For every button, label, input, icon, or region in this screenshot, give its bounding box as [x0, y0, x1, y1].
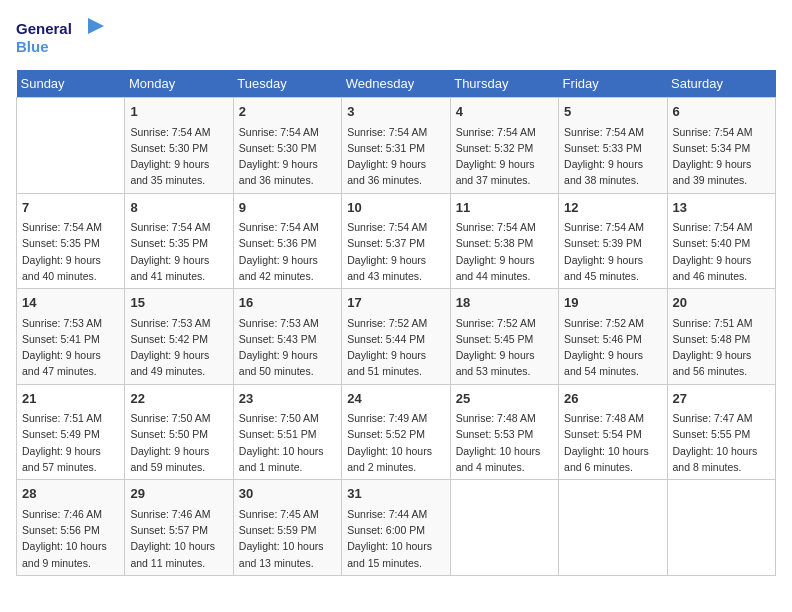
calendar-cell: 9Sunrise: 7:54 AMSunset: 5:36 PMDaylight… — [233, 193, 341, 289]
calendar-cell: 21Sunrise: 7:51 AMSunset: 5:49 PMDayligh… — [17, 384, 125, 480]
day-number: 30 — [239, 484, 336, 504]
day-number: 26 — [564, 389, 661, 409]
cell-info: Sunrise: 7:52 AMSunset: 5:46 PMDaylight:… — [564, 315, 661, 380]
day-number: 11 — [456, 198, 553, 218]
calendar-cell: 19Sunrise: 7:52 AMSunset: 5:46 PMDayligh… — [559, 289, 667, 385]
calendar-cell: 3Sunrise: 7:54 AMSunset: 5:31 PMDaylight… — [342, 98, 450, 194]
calendar-cell: 17Sunrise: 7:52 AMSunset: 5:44 PMDayligh… — [342, 289, 450, 385]
svg-text:Blue: Blue — [16, 38, 49, 55]
cell-info: Sunrise: 7:48 AMSunset: 5:54 PMDaylight:… — [564, 410, 661, 475]
cell-info: Sunrise: 7:50 AMSunset: 5:50 PMDaylight:… — [130, 410, 227, 475]
cell-info: Sunrise: 7:54 AMSunset: 5:37 PMDaylight:… — [347, 219, 444, 284]
calendar-cell: 2Sunrise: 7:54 AMSunset: 5:30 PMDaylight… — [233, 98, 341, 194]
day-number: 29 — [130, 484, 227, 504]
calendar-week-row: 28Sunrise: 7:46 AMSunset: 5:56 PMDayligh… — [17, 480, 776, 576]
day-number: 14 — [22, 293, 119, 313]
cell-info: Sunrise: 7:48 AMSunset: 5:53 PMDaylight:… — [456, 410, 553, 475]
day-header-wednesday: Wednesday — [342, 70, 450, 98]
calendar-cell: 7Sunrise: 7:54 AMSunset: 5:35 PMDaylight… — [17, 193, 125, 289]
day-header-saturday: Saturday — [667, 70, 775, 98]
logo-svg: General Blue — [16, 16, 106, 60]
calendar-cell: 26Sunrise: 7:48 AMSunset: 5:54 PMDayligh… — [559, 384, 667, 480]
cell-info: Sunrise: 7:54 AMSunset: 5:32 PMDaylight:… — [456, 124, 553, 189]
day-number: 19 — [564, 293, 661, 313]
page-header: General Blue — [16, 16, 776, 60]
calendar-cell: 25Sunrise: 7:48 AMSunset: 5:53 PMDayligh… — [450, 384, 558, 480]
cell-info: Sunrise: 7:54 AMSunset: 5:35 PMDaylight:… — [22, 219, 119, 284]
calendar-cell: 13Sunrise: 7:54 AMSunset: 5:40 PMDayligh… — [667, 193, 775, 289]
day-number: 28 — [22, 484, 119, 504]
day-number: 6 — [673, 102, 770, 122]
calendar-cell: 4Sunrise: 7:54 AMSunset: 5:32 PMDaylight… — [450, 98, 558, 194]
cell-info: Sunrise: 7:54 AMSunset: 5:33 PMDaylight:… — [564, 124, 661, 189]
svg-marker-1 — [88, 18, 104, 34]
calendar-cell — [17, 98, 125, 194]
day-number: 25 — [456, 389, 553, 409]
calendar-week-row: 14Sunrise: 7:53 AMSunset: 5:41 PMDayligh… — [17, 289, 776, 385]
day-number: 3 — [347, 102, 444, 122]
day-number: 22 — [130, 389, 227, 409]
cell-info: Sunrise: 7:54 AMSunset: 5:39 PMDaylight:… — [564, 219, 661, 284]
day-number: 7 — [22, 198, 119, 218]
day-header-thursday: Thursday — [450, 70, 558, 98]
day-number: 8 — [130, 198, 227, 218]
day-number: 5 — [564, 102, 661, 122]
calendar-cell: 27Sunrise: 7:47 AMSunset: 5:55 PMDayligh… — [667, 384, 775, 480]
calendar-cell: 5Sunrise: 7:54 AMSunset: 5:33 PMDaylight… — [559, 98, 667, 194]
calendar-cell — [559, 480, 667, 576]
day-number: 4 — [456, 102, 553, 122]
calendar-week-row: 7Sunrise: 7:54 AMSunset: 5:35 PMDaylight… — [17, 193, 776, 289]
calendar-header-row: SundayMondayTuesdayWednesdayThursdayFrid… — [17, 70, 776, 98]
calendar-cell: 14Sunrise: 7:53 AMSunset: 5:41 PMDayligh… — [17, 289, 125, 385]
cell-info: Sunrise: 7:54 AMSunset: 5:31 PMDaylight:… — [347, 124, 444, 189]
cell-info: Sunrise: 7:52 AMSunset: 5:45 PMDaylight:… — [456, 315, 553, 380]
calendar-table: SundayMondayTuesdayWednesdayThursdayFrid… — [16, 70, 776, 576]
cell-info: Sunrise: 7:54 AMSunset: 5:36 PMDaylight:… — [239, 219, 336, 284]
day-number: 16 — [239, 293, 336, 313]
calendar-cell: 15Sunrise: 7:53 AMSunset: 5:42 PMDayligh… — [125, 289, 233, 385]
cell-info: Sunrise: 7:53 AMSunset: 5:41 PMDaylight:… — [22, 315, 119, 380]
calendar-cell: 20Sunrise: 7:51 AMSunset: 5:48 PMDayligh… — [667, 289, 775, 385]
day-number: 1 — [130, 102, 227, 122]
cell-info: Sunrise: 7:54 AMSunset: 5:38 PMDaylight:… — [456, 219, 553, 284]
day-header-tuesday: Tuesday — [233, 70, 341, 98]
cell-info: Sunrise: 7:47 AMSunset: 5:55 PMDaylight:… — [673, 410, 770, 475]
day-header-friday: Friday — [559, 70, 667, 98]
calendar-cell — [450, 480, 558, 576]
calendar-cell: 16Sunrise: 7:53 AMSunset: 5:43 PMDayligh… — [233, 289, 341, 385]
cell-info: Sunrise: 7:50 AMSunset: 5:51 PMDaylight:… — [239, 410, 336, 475]
cell-info: Sunrise: 7:54 AMSunset: 5:30 PMDaylight:… — [239, 124, 336, 189]
day-number: 17 — [347, 293, 444, 313]
calendar-week-row: 1Sunrise: 7:54 AMSunset: 5:30 PMDaylight… — [17, 98, 776, 194]
day-number: 21 — [22, 389, 119, 409]
day-number: 12 — [564, 198, 661, 218]
logo: General Blue — [16, 16, 106, 60]
calendar-cell: 8Sunrise: 7:54 AMSunset: 5:35 PMDaylight… — [125, 193, 233, 289]
cell-info: Sunrise: 7:53 AMSunset: 5:42 PMDaylight:… — [130, 315, 227, 380]
cell-info: Sunrise: 7:51 AMSunset: 5:48 PMDaylight:… — [673, 315, 770, 380]
calendar-cell: 28Sunrise: 7:46 AMSunset: 5:56 PMDayligh… — [17, 480, 125, 576]
cell-info: Sunrise: 7:51 AMSunset: 5:49 PMDaylight:… — [22, 410, 119, 475]
day-number: 15 — [130, 293, 227, 313]
calendar-cell: 30Sunrise: 7:45 AMSunset: 5:59 PMDayligh… — [233, 480, 341, 576]
calendar-cell: 24Sunrise: 7:49 AMSunset: 5:52 PMDayligh… — [342, 384, 450, 480]
day-number: 27 — [673, 389, 770, 409]
day-number: 24 — [347, 389, 444, 409]
calendar-cell: 6Sunrise: 7:54 AMSunset: 5:34 PMDaylight… — [667, 98, 775, 194]
svg-text:General: General — [16, 20, 72, 37]
cell-info: Sunrise: 7:54 AMSunset: 5:40 PMDaylight:… — [673, 219, 770, 284]
cell-info: Sunrise: 7:49 AMSunset: 5:52 PMDaylight:… — [347, 410, 444, 475]
calendar-cell: 23Sunrise: 7:50 AMSunset: 5:51 PMDayligh… — [233, 384, 341, 480]
day-number: 20 — [673, 293, 770, 313]
cell-info: Sunrise: 7:45 AMSunset: 5:59 PMDaylight:… — [239, 506, 336, 571]
day-number: 31 — [347, 484, 444, 504]
cell-info: Sunrise: 7:44 AMSunset: 6:00 PMDaylight:… — [347, 506, 444, 571]
cell-info: Sunrise: 7:52 AMSunset: 5:44 PMDaylight:… — [347, 315, 444, 380]
calendar-cell: 1Sunrise: 7:54 AMSunset: 5:30 PMDaylight… — [125, 98, 233, 194]
cell-info: Sunrise: 7:53 AMSunset: 5:43 PMDaylight:… — [239, 315, 336, 380]
day-number: 10 — [347, 198, 444, 218]
calendar-cell: 12Sunrise: 7:54 AMSunset: 5:39 PMDayligh… — [559, 193, 667, 289]
day-header-sunday: Sunday — [17, 70, 125, 98]
calendar-cell: 31Sunrise: 7:44 AMSunset: 6:00 PMDayligh… — [342, 480, 450, 576]
day-number: 2 — [239, 102, 336, 122]
